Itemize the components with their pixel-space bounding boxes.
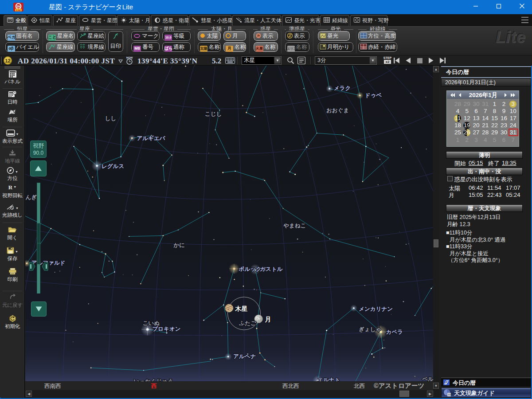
svg-text:ドゥベ: ドゥベ: [365, 92, 382, 98]
svg-text:8888: 8888: [361, 47, 366, 49]
svg-text:こじし: こじし: [205, 111, 222, 117]
svg-text:おおぐま: おおぐま: [326, 107, 349, 113]
svg-text:メラク: メラク: [334, 85, 351, 91]
svg-text:カペラ: カペラ: [386, 329, 403, 335]
svg-text:やまねこ: やまねこ: [283, 223, 306, 229]
svg-text:Lite: Lite: [16, 9, 21, 12]
svg-text:ふたご: ふたご: [239, 320, 257, 326]
svg-text:アルギエバ: アルギエバ: [137, 135, 166, 141]
svg-text:プロキオン: プロキオン: [153, 326, 181, 332]
svg-text:メンカリナン: メンカリナン: [359, 306, 393, 312]
svg-text:エルナト: エルナト: [317, 377, 340, 381]
svg-text:木星: 木星: [235, 305, 248, 312]
svg-text:アルヘナ: アルヘナ: [233, 353, 256, 360]
svg-text:んぎ: んぎ: [26, 194, 37, 200]
svg-text:かに: かに: [173, 242, 185, 248]
svg-text:月: 月: [264, 316, 271, 323]
svg-text:SN: SN: [16, 5, 20, 8]
svg-text:ぎょしゃ: ぎょしゃ: [359, 326, 381, 332]
svg-text:しし: しし: [105, 115, 117, 121]
svg-text:カストル: カストル: [260, 266, 282, 272]
svg-text:ペル: ペル: [422, 376, 434, 381]
svg-text:NOW: NOW: [126, 56, 133, 59]
svg-text:こいぬ: こいぬ: [143, 320, 160, 326]
svg-text:いっかくじゅう: いっかくじゅう: [134, 378, 174, 381]
svg-text:レグルス: レグルス: [102, 163, 124, 169]
